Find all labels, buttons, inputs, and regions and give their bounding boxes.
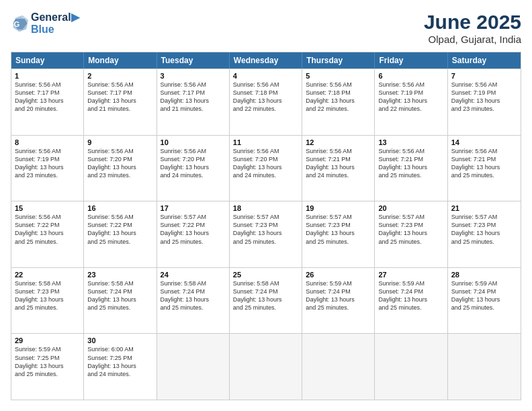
cell-info: Sunrise: 5:59 AMSunset: 7:24 PMDaylight:… [451,279,517,312]
cell-info: Sunrise: 5:56 AMSunset: 7:18 PMDaylight:… [233,81,298,113]
day-num: 3 [161,72,226,80]
cell-20: 20 Sunrise: 5:57 AMSunset: 7:23 PMDaylig… [375,201,447,267]
day-num: 24 [161,271,226,279]
cell-14: 14 Sunrise: 5:56 AMSunset: 7:21 PMDaylig… [448,136,521,201]
cell-9: 9 Sunrise: 5:56 AMSunset: 7:20 PMDayligh… [84,136,157,201]
cell-22: 22 Sunrise: 5:58 AMSunset: 7:23 PMDaylig… [11,268,84,334]
cell-info: Sunrise: 5:56 AMSunset: 7:20 PMDaylight:… [87,147,152,180]
day-num: 6 [378,72,443,80]
day-num: 4 [233,72,298,80]
cell-18: 18 Sunrise: 5:57 AMSunset: 7:23 PMDaylig… [230,201,302,267]
cell-info: Sunrise: 5:57 AMSunset: 7:23 PMDaylight:… [451,213,517,246]
day-num: 17 [161,204,226,212]
cell-23: 23 Sunrise: 5:58 AMSunset: 7:24 PMDaylig… [84,268,157,334]
header-saturday: Saturday [448,52,521,68]
cell-2: 2 Sunrise: 5:56 AMSunset: 7:17 PMDayligh… [84,69,157,135]
cell-info: Sunrise: 5:58 AMSunset: 7:23 PMDaylight:… [15,279,80,312]
day-num: 29 [15,336,80,345]
cell-info: Sunrise: 5:56 AMSunset: 7:21 PMDaylight:… [378,147,443,180]
logo-text: General▶ Blue [31,11,79,36]
day-num: 28 [451,271,517,279]
calendar-body: 1 Sunrise: 5:56 AMSunset: 7:17 PMDayligh… [11,68,521,400]
cell-10: 10 Sunrise: 5:56 AMSunset: 7:20 PMDaylig… [157,136,230,201]
header-tuesday: Tuesday [157,52,230,68]
cell-info: Sunrise: 5:59 AMSunset: 7:24 PMDaylight:… [378,279,443,312]
header: G General▶ Blue June 2025 Olpad, Gujarat… [11,11,521,45]
header-sunday: Sunday [11,52,84,68]
cal-row-5: 29 Sunrise: 5:59 AMSunset: 7:25 PMDaylig… [11,333,521,400]
cell-info: Sunrise: 5:56 AMSunset: 7:21 PMDaylight:… [451,147,517,180]
cell-6: 6 Sunrise: 5:56 AMSunset: 7:19 PMDayligh… [375,69,447,135]
cell-26: 26 Sunrise: 5:59 AMSunset: 7:24 PMDaylig… [302,268,375,334]
day-num: 11 [233,138,298,146]
cell-empty-3 [302,334,375,400]
cell-info: Sunrise: 5:56 AMSunset: 7:22 PMDaylight:… [87,213,152,246]
cell-25: 25 Sunrise: 5:58 AMSunset: 7:24 PMDaylig… [230,268,302,334]
cell-12: 12 Sunrise: 5:56 AMSunset: 7:21 PMDaylig… [302,136,375,201]
cell-13: 13 Sunrise: 5:56 AMSunset: 7:21 PMDaylig… [375,136,447,201]
subtitle: Olpad, Gujarat, India [424,34,521,45]
cell-info: Sunrise: 5:56 AMSunset: 7:21 PMDaylight:… [306,147,371,180]
day-num: 14 [451,138,517,146]
cell-24: 24 Sunrise: 5:58 AMSunset: 7:24 PMDaylig… [157,268,230,334]
cell-11: 11 Sunrise: 5:56 AMSunset: 7:20 PMDaylig… [230,136,302,201]
cell-empty-4 [375,334,447,400]
cell-29: 29 Sunrise: 5:59 AMSunset: 7:25 PMDaylig… [11,334,84,400]
cell-info: Sunrise: 6:00 AMSunset: 7:25 PMDaylight:… [87,345,152,378]
logo-icon: G [11,14,30,33]
header-friday: Friday [375,52,447,68]
day-num: 18 [233,204,298,212]
cell-27: 27 Sunrise: 5:59 AMSunset: 7:24 PMDaylig… [375,268,447,334]
day-num: 9 [87,138,152,146]
calendar: Sunday Monday Tuesday Wednesday Thursday… [11,52,521,400]
cell-info: Sunrise: 5:57 AMSunset: 7:23 PMDaylight:… [378,213,443,246]
day-num: 8 [15,138,80,146]
cell-17: 17 Sunrise: 5:57 AMSunset: 7:22 PMDaylig… [157,201,230,267]
cell-info: Sunrise: 5:57 AMSunset: 7:22 PMDaylight:… [161,213,226,246]
title-block: June 2025 Olpad, Gujarat, India [424,11,521,45]
cal-row-3: 15 Sunrise: 5:56 AMSunset: 7:22 PMDaylig… [11,201,521,267]
cal-row-4: 22 Sunrise: 5:58 AMSunset: 7:23 PMDaylig… [11,267,521,334]
cell-empty-1 [157,334,230,400]
day-num: 13 [378,138,443,146]
day-num: 10 [161,138,226,146]
day-num: 1 [15,72,80,80]
cell-info: Sunrise: 5:59 AMSunset: 7:24 PMDaylight:… [306,279,371,312]
day-num: 5 [306,72,371,80]
header-wednesday: Wednesday [230,52,302,68]
cell-30: 30 Sunrise: 6:00 AMSunset: 7:25 PMDaylig… [84,334,157,400]
cell-info: Sunrise: 5:56 AMSunset: 7:22 PMDaylight:… [15,213,80,246]
svg-text:G: G [13,20,19,28]
cell-info: Sunrise: 5:58 AMSunset: 7:24 PMDaylight:… [161,279,226,312]
day-num: 21 [451,204,517,212]
cell-info: Sunrise: 5:56 AMSunset: 7:18 PMDaylight:… [306,81,371,113]
day-num: 19 [306,204,371,212]
header-thursday: Thursday [302,52,375,68]
cell-4: 4 Sunrise: 5:56 AMSunset: 7:18 PMDayligh… [230,69,302,135]
day-num: 23 [87,271,152,279]
cell-3: 3 Sunrise: 5:56 AMSunset: 7:17 PMDayligh… [157,69,230,135]
cell-8: 8 Sunrise: 5:56 AMSunset: 7:19 PMDayligh… [11,136,84,201]
cell-15: 15 Sunrise: 5:56 AMSunset: 7:22 PMDaylig… [11,201,84,267]
cell-info: Sunrise: 5:56 AMSunset: 7:17 PMDaylight:… [161,81,226,113]
cell-info: Sunrise: 5:56 AMSunset: 7:19 PMDaylight:… [378,81,443,113]
cell-1: 1 Sunrise: 5:56 AMSunset: 7:17 PMDayligh… [11,69,84,135]
cell-info: Sunrise: 5:58 AMSunset: 7:24 PMDaylight:… [87,279,152,312]
cell-info: Sunrise: 5:57 AMSunset: 7:23 PMDaylight:… [233,213,298,246]
cell-info: Sunrise: 5:56 AMSunset: 7:19 PMDaylight:… [15,147,80,180]
cell-empty-2 [230,334,302,400]
cell-info: Sunrise: 5:59 AMSunset: 7:25 PMDaylight:… [15,345,80,378]
cell-info: Sunrise: 5:56 AMSunset: 7:19 PMDaylight:… [451,81,517,113]
cell-info: Sunrise: 5:58 AMSunset: 7:24 PMDaylight:… [233,279,298,312]
day-num: 12 [306,138,371,146]
day-num: 30 [87,336,152,345]
cell-info: Sunrise: 5:56 AMSunset: 7:17 PMDaylight:… [87,81,152,113]
calendar-header: Sunday Monday Tuesday Wednesday Thursday… [11,52,521,68]
cal-row-1: 1 Sunrise: 5:56 AMSunset: 7:17 PMDayligh… [11,68,521,135]
day-num: 16 [87,204,152,212]
cell-16: 16 Sunrise: 5:56 AMSunset: 7:22 PMDaylig… [84,201,157,267]
cell-21: 21 Sunrise: 5:57 AMSunset: 7:23 PMDaylig… [448,201,521,267]
cal-row-2: 8 Sunrise: 5:56 AMSunset: 7:19 PMDayligh… [11,135,521,201]
cell-info: Sunrise: 5:56 AMSunset: 7:17 PMDaylight:… [15,81,80,113]
day-num: 2 [87,72,152,80]
